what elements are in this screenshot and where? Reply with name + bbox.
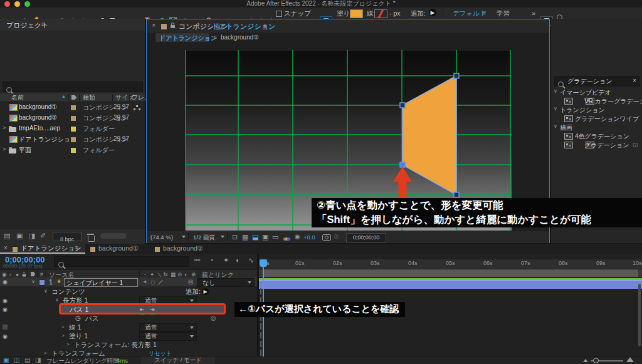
layer-color-swatch[interactable] [39,279,45,286]
close-tab-icon[interactable]: × [4,244,8,251]
label-color-tag[interactable] [70,126,76,132]
add-property-label[interactable]: 追加: [186,287,201,296]
twirl-icon[interactable]: > [61,331,65,340]
stroke-width-value[interactable]: - px [389,9,401,17]
adjust-icon[interactable]: ✐ [40,232,46,240]
project-panel-menu-icon[interactable]: ≡ [41,21,45,28]
effects-search-box[interactable]: グラデーション × [554,76,639,86]
breadcrumb-current-box[interactable]: ドアトランジション [155,33,209,42]
frame-blend-icon[interactable]: ✦ [223,256,229,264]
interpret-footage-icon[interactable]: ▤ [4,232,10,240]
lock-icon[interactable] [171,25,175,28]
layer-row[interactable]: ◉ ∨ 1 ★ シェイプレイヤー 1 ✦ ◻ ／ ◎ なし [0,278,257,286]
add-button-icon[interactable]: ▶ [429,9,436,16]
twirl-icon[interactable]: > [66,340,70,349]
expand-chevron-icon[interactable]: > [3,125,6,131]
tree-label[interactable]: 描画 [560,123,572,132]
new-composition-icon[interactable]: ◨ [29,232,35,240]
next-keyframe-icon[interactable]: ⇥ [150,305,155,315]
property-row-path-value[interactable]: ◷ パス ◎ [0,314,257,323]
timeline-scrollbar[interactable] [638,284,641,346]
viewer-timecode-box[interactable]: 0;00;00;00 [346,233,386,242]
tree-label[interactable]: グラデーション [584,141,629,150]
table-row[interactable]: > tmpAEto....aep フォルダー [0,123,145,134]
property-row-path1[interactable]: ◉ パス 1 ⇤ ⇥ [0,304,257,313]
composition-tab-menu-icon[interactable]: ≡ [263,22,267,29]
timeline-search-box[interactable] [54,256,189,267]
prev-keyframe-icon[interactable]: ⇤ [140,305,145,315]
region-of-interest-icon[interactable]: ⊡ [232,233,238,241]
frame-blend-toggle-icon[interactable]: ▣ [3,356,9,363]
tree-label[interactable]: VR カラーグラデーション [584,97,642,106]
exposure-icon[interactable]: ◉ [295,233,300,240]
table-row[interactable]: ドアトランジション コンポジション 29.97 [0,134,145,145]
close-tab-icon[interactable]: × [152,21,155,29]
tree-label[interactable]: グラデーションワイプ [575,115,639,123]
group-eye-icon[interactable]: ◉ [3,296,8,305]
column-type[interactable]: 種類 [83,93,95,102]
exposure-value[interactable]: +0.0 [303,234,315,241]
workspace-default-tab[interactable]: デフォルト [453,9,487,18]
transparency-grid-icon[interactable]: ▦ [242,233,248,241]
tree-label[interactable]: 4色グラデーション [575,132,629,141]
timeline-zoom-knob[interactable] [593,358,599,363]
property-label[interactable]: コンテンツ [51,287,85,296]
bpc-button[interactable]: 8 bpc [53,232,82,241]
draft-toggle-icon[interactable]: ▤ [24,356,30,363]
mask-visibility-icon[interactable]: ⬓ [252,233,258,241]
shape-layer-path[interactable] [403,76,456,195]
sort-asc-icon[interactable]: ▲ [61,94,66,98]
footer-scrollbar[interactable] [100,233,127,239]
timeline-tab[interactable]: background① [88,244,150,254]
workspace-learn-tab[interactable]: 学習 [497,9,510,18]
property-label[interactable]: パス 1 [70,305,88,314]
breadcrumb-previous[interactable]: background② [221,34,259,41]
fill-eye-icon[interactable]: ◉ [3,332,8,341]
guides-icon[interactable]: ▭ [272,233,278,241]
vertex-handle[interactable] [454,192,459,197]
time-ruler[interactable]: 00s 01s 02s 03s 04s 05s 06s 07s 08s 09s … [259,259,642,269]
pickwhip-icon[interactable]: ◎ [211,314,216,323]
twirl-icon[interactable]: ∨ [55,296,59,304]
timeline-tab[interactable]: background② [152,244,215,254]
layer-name-box[interactable]: シェイプレイヤー 1 [64,278,138,287]
switch-mode-button[interactable]: スイッチ / モード [141,356,215,364]
roi-icon[interactable]: ▣ [262,233,268,241]
blend-mode-select[interactable]: 通常 [139,332,197,341]
trash-icon[interactable] [88,233,95,244]
fill-color-swatch[interactable] [350,9,363,18]
vertex-handle[interactable] [400,103,405,108]
motion-blur-icon[interactable]: ◐ [236,256,240,264]
layer-quality-switch[interactable]: ／ [158,279,164,286]
tree-effect[interactable]: VR カラーグラデーション [551,97,573,105]
parent-select[interactable]: なし [197,278,255,287]
layer-duration-bar[interactable] [259,280,642,289]
path-eye-icon[interactable]: ◉ [3,305,8,314]
tree-label[interactable]: トランジション [560,106,605,115]
project-search-box[interactable] [3,81,143,92]
property-label[interactable]: 塗り 1 [69,331,88,340]
property-row-transform-rect[interactable]: > トランスフォーム: 長方形 1 [0,340,257,349]
channel-rgb-icon[interactable] [283,235,290,242]
show-snapshot-icon[interactable]: ⊘ [334,233,339,240]
property-label[interactable]: 線 1 [69,323,81,331]
property-row-contents[interactable]: ∨ コンテンツ 追加: ▶ [0,287,257,296]
zoom-in-mountain-icon[interactable] [626,357,634,362]
snapshot-camera-icon[interactable] [322,234,331,242]
layer-box-switch[interactable]: ◻ [150,279,155,285]
snap-label[interactable]: スナップ [284,9,311,18]
property-label[interactable]: パス [85,314,99,323]
label-color-tag[interactable] [70,137,76,143]
add-property-icon[interactable]: ▶ [202,288,209,295]
twirl-icon[interactable]: > [61,323,65,331]
expand-chevron-icon[interactable]: > [3,146,6,152]
blend-mode-select[interactable]: 通常 [139,323,197,332]
vertex-handle-selected[interactable] [400,162,405,167]
twirl-icon[interactable]: ∨ [554,88,557,94]
stopwatch-icon[interactable]: ◷ [75,314,81,323]
zoom-out-mountain-icon[interactable] [583,359,588,362]
label-color-tag[interactable] [70,105,76,111]
stroke-hidden-box[interactable] [3,325,8,330]
work-area-bar[interactable] [259,269,642,277]
tree-label[interactable]: イマーシブビデオ [560,88,611,97]
